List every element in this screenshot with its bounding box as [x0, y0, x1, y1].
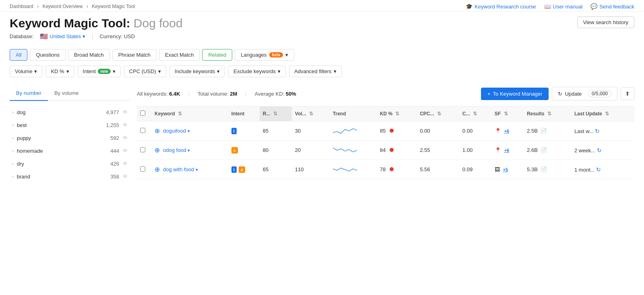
- filter-cpc[interactable]: CPC (USD) ▾: [124, 66, 166, 77]
- chevron-right-icon: ›: [12, 148, 14, 153]
- keyword-manager-button[interactable]: + To Keyword Manager: [481, 88, 549, 100]
- meta-divider: |: [92, 33, 93, 39]
- beta-badge: beta: [269, 52, 283, 57]
- row1-keyword-dropdown-icon[interactable]: ▾: [188, 129, 190, 133]
- table-header-sf[interactable]: SF ⇅: [491, 107, 524, 121]
- table-header-vol[interactable]: Vol... ⇅: [292, 107, 330, 121]
- header: Keyword Magic Tool: Dog food Database: 🇺…: [0, 12, 644, 43]
- manual-icon: 📖: [544, 3, 551, 10]
- eye-icon-brand[interactable]: 👁: [122, 173, 128, 180]
- sidebar-item-dry[interactable]: › dry 426 👁: [10, 157, 130, 170]
- filter-include-chevron-icon: ▾: [217, 68, 220, 74]
- row3-keyword-link[interactable]: dog with food: [163, 166, 194, 172]
- row3-refresh-icon[interactable]: ↻: [596, 166, 601, 173]
- filter-advanced[interactable]: Advanced filters ▾: [289, 66, 342, 77]
- database-link[interactable]: 🇺🇸 United States ▾: [40, 33, 85, 40]
- row3-sf-plus[interactable]: +5: [503, 167, 508, 172]
- update-button[interactable]: ↻ Update 0/5,000: [552, 87, 617, 100]
- filter-volume[interactable]: Volume ▾: [10, 66, 42, 77]
- export-button[interactable]: ⬆: [621, 87, 634, 100]
- sidebar-item-puppy[interactable]: › puppy 592 👁: [10, 131, 130, 144]
- sidebar-item-homemade[interactable]: › homemade 444 👁: [10, 144, 130, 157]
- chevron-down-icon: ▾: [83, 33, 85, 39]
- row2-add-icon[interactable]: ⊕: [155, 146, 160, 154]
- table-header-results[interactable]: Results ⇅: [524, 107, 571, 121]
- row1-refresh-icon[interactable]: ↻: [595, 128, 600, 134]
- eye-icon-best[interactable]: 👁: [122, 122, 128, 128]
- filter-kd[interactable]: KD % ▾: [45, 66, 74, 77]
- stat-volume: Total volume: 2M: [198, 91, 237, 97]
- eye-icon-puppy[interactable]: 👁: [122, 135, 128, 141]
- sort-icon-results: ⇅: [547, 111, 551, 117]
- tab-exact-match[interactable]: Exact Match: [159, 49, 200, 61]
- sidebar-item-best[interactable]: › best 1,255 👁: [10, 119, 130, 131]
- row1-c-cell: 0.00: [459, 121, 491, 141]
- view-history-button[interactable]: View search history: [577, 16, 634, 28]
- table-header-cpc[interactable]: CPC... ⇅: [417, 107, 459, 121]
- tab-questions[interactable]: Questions: [30, 49, 66, 61]
- sidebar-item-brand[interactable]: › brand 358 👁: [10, 170, 130, 183]
- sidebar-scroll[interactable]: › dog 4,977 👁 › best 1,255 👁 › puppy 592…: [10, 106, 130, 183]
- sidebar: By number By volume › dog 4,977 👁 › best…: [10, 87, 130, 183]
- sort-icon-keyword: ⇅: [178, 111, 182, 117]
- tab-languages[interactable]: Languages beta ▾: [235, 49, 294, 61]
- breadcrumb-dashboard[interactable]: Dashboard: [10, 4, 33, 9]
- row2-sf-plus[interactable]: +6: [504, 148, 509, 153]
- table-header-c[interactable]: C... ⇅: [459, 107, 491, 121]
- row2-refresh-icon[interactable]: ↻: [597, 147, 602, 154]
- row2-keyword-dropdown-icon[interactable]: ▾: [188, 148, 190, 153]
- filter-intent[interactable]: Intent new ▾: [78, 66, 121, 77]
- row1-intent-cell: i: [228, 121, 260, 141]
- filter-include[interactable]: Include keywords ▾: [169, 66, 225, 77]
- table-header-kd[interactable]: KD % ⇅: [377, 107, 417, 121]
- feedback-link[interactable]: 💬 Send feedback: [590, 3, 634, 10]
- row1-kd-dot: [390, 129, 394, 133]
- sidebar-item-dog[interactable]: › dog 4,977 👁: [10, 106, 130, 119]
- eye-icon-dry[interactable]: 👁: [122, 160, 128, 167]
- sidebar-keyword-dog: dog: [17, 109, 106, 115]
- sidebar-tab-by-volume[interactable]: By volume: [48, 87, 85, 101]
- filter-exclude[interactable]: Exclude keywords ▾: [228, 66, 286, 77]
- tab-related[interactable]: Related: [202, 49, 232, 61]
- select-all-checkbox[interactable]: [140, 111, 145, 116]
- table-header-intent[interactable]: Intent: [228, 107, 260, 121]
- row2-checkbox-cell: [137, 141, 151, 160]
- row3-kd-cell: 78: [377, 160, 417, 179]
- flag-icon: 🇺🇸: [40, 33, 48, 40]
- sidebar-tab-by-number[interactable]: By number: [10, 87, 48, 101]
- course-link[interactable]: 🎓 Keyword Research course: [466, 3, 536, 10]
- manual-link[interactable]: 📖 User manual: [544, 3, 583, 10]
- row3-results-cell: 5.3B 📄: [524, 160, 571, 179]
- tab-all[interactable]: All: [10, 49, 27, 61]
- filter-cpc-label: CPC (USD): [129, 68, 156, 74]
- table-header-last-update[interactable]: Last Update ⇅: [571, 107, 634, 121]
- page-title-subtitle: Dog food: [134, 16, 183, 30]
- row1-checkbox[interactable]: [140, 128, 145, 133]
- row2-checkbox[interactable]: [140, 147, 145, 152]
- tab-broad-match[interactable]: Broad Match: [68, 49, 110, 61]
- row1-sf-plus[interactable]: +6: [504, 129, 509, 133]
- row1-kd-cell: 85: [377, 121, 417, 141]
- languages-chevron-icon: ▾: [285, 52, 288, 58]
- breadcrumb-keyword-overview[interactable]: Keyword Overview: [42, 4, 83, 9]
- chevron-right-icon: ›: [12, 161, 14, 166]
- row3-add-icon[interactable]: ⊕: [155, 166, 160, 173]
- row3-checkbox[interactable]: [140, 166, 145, 172]
- export-icon: ⬆: [625, 90, 630, 97]
- row2-last-update-cell: 2 week... ↻: [571, 141, 634, 160]
- row2-results-cell: 2.6B 📄: [524, 141, 571, 160]
- row1-add-icon[interactable]: ⊕: [155, 127, 160, 135]
- row2-r-cell: 80: [260, 141, 292, 160]
- row3-r-cell: 65: [260, 160, 292, 179]
- row3-keyword-dropdown-icon[interactable]: ▾: [196, 167, 198, 172]
- row1-keyword-link[interactable]: doguifood: [163, 128, 186, 134]
- stat-keywords-value: 6.4K: [169, 91, 180, 97]
- tab-phrase-match[interactable]: Phrase Match: [112, 49, 157, 61]
- eye-icon-dog[interactable]: 👁: [122, 109, 128, 115]
- eye-icon-homemade[interactable]: 👁: [122, 148, 128, 154]
- table-header-trend[interactable]: Trend: [330, 107, 377, 121]
- page-title: Keyword Magic Tool: Dog food: [10, 16, 183, 30]
- row2-keyword-link[interactable]: odog food: [163, 147, 186, 153]
- table-header-r[interactable]: R... ⇅: [260, 107, 292, 121]
- table-header-keyword[interactable]: Keyword ⇅: [151, 107, 228, 121]
